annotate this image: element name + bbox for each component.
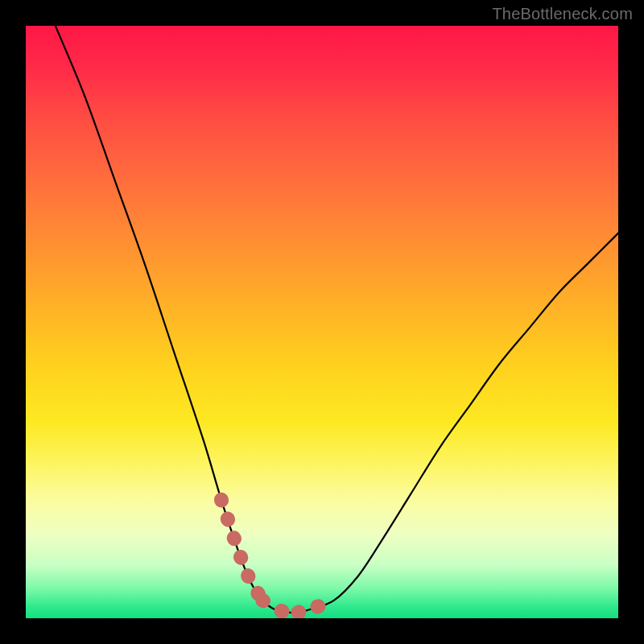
plot-area (26, 26, 618, 618)
marker-left-shoulder (221, 500, 263, 601)
marker-right-shoulder (299, 603, 328, 613)
watermark-text: TheBottleneck.com (492, 5, 633, 23)
curve-svg (26, 26, 618, 618)
chart-frame: TheBottleneck.com (0, 0, 644, 644)
bottleneck-curve-path (56, 26, 618, 613)
